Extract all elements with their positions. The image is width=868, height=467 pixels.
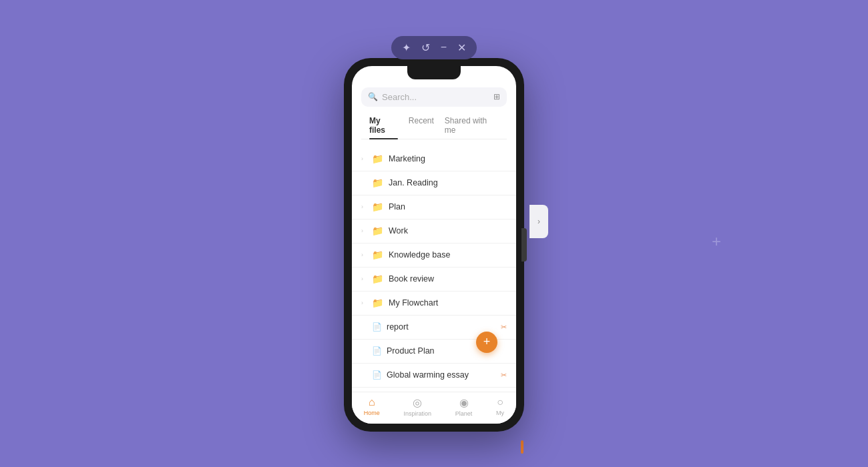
search-icon: 🔍 bbox=[368, 92, 378, 101]
phone-screen: 🔍 Search... ⊞ My files Recent Shared wit… bbox=[352, 66, 516, 424]
folder-icon: 📁 bbox=[372, 153, 383, 164]
chevron-icon: › bbox=[361, 155, 367, 162]
tab-bar: My files Recent Shared with me bbox=[361, 113, 507, 139]
file-name: Book review bbox=[389, 274, 507, 284]
nav-label-planet: Planet bbox=[455, 410, 473, 417]
nav-item-my[interactable]: ○ My bbox=[496, 396, 504, 416]
list-item[interactable]: 📄 Global warming essay ✂ bbox=[352, 364, 516, 388]
file-name: My Flowchart bbox=[389, 298, 507, 308]
chevron-icon: › bbox=[361, 300, 367, 306]
nav-item-home[interactable]: ⌂ Home bbox=[364, 396, 380, 416]
file-list: › 📁 Marketing 📁 Jan. Reading › 📁 Plan › bbox=[352, 145, 516, 392]
search-bar[interactable]: 🔍 Search... ⊞ bbox=[361, 87, 507, 107]
inspiration-icon: ◎ bbox=[413, 396, 422, 409]
nav-label-my: My bbox=[496, 410, 504, 416]
home-icon: ⌂ bbox=[369, 396, 375, 408]
file-name: Jan. Reading bbox=[389, 178, 507, 187]
doc-icon: 📄 bbox=[372, 346, 381, 356]
grid-view-icon[interactable]: ⊞ bbox=[493, 92, 500, 101]
nav-label-home: Home bbox=[364, 410, 380, 416]
nav-item-planet[interactable]: ◉ Planet bbox=[455, 396, 473, 417]
chevron-icon: › bbox=[361, 203, 367, 210]
tab-my-files[interactable]: My files bbox=[364, 113, 403, 139]
tab-shared[interactable]: Shared with me bbox=[439, 113, 504, 139]
doc-icon: 📄 bbox=[372, 370, 381, 380]
share-icon: ✂ bbox=[501, 323, 507, 332]
phone-side-button bbox=[521, 228, 527, 262]
folder-icon: 📁 bbox=[372, 250, 383, 260]
side-arrow-panel[interactable]: › bbox=[529, 205, 548, 238]
file-name: Marketing bbox=[389, 154, 507, 163]
phone-wrapper: ✦ ↺ − ✕ › 🔍 Search... ⊞ My files bbox=[344, 36, 524, 432]
search-placeholder: Search... bbox=[382, 92, 489, 102]
file-name: Global warming essay bbox=[387, 370, 495, 380]
list-item[interactable]: › 📁 Plan bbox=[352, 195, 516, 219]
folder-icon: 📁 bbox=[372, 225, 383, 236]
file-name: Plan bbox=[389, 202, 507, 211]
minimize-icon[interactable]: − bbox=[441, 41, 447, 53]
list-item[interactable]: › 📁 Work bbox=[352, 219, 516, 244]
list-item[interactable]: › 📁 Knowledge base bbox=[352, 244, 516, 268]
undo-icon[interactable]: ↺ bbox=[421, 41, 430, 54]
file-name: Knowledge base bbox=[389, 250, 507, 260]
sparkle-icon[interactable]: ✦ bbox=[402, 41, 411, 54]
folder-icon: 📁 bbox=[372, 201, 383, 212]
list-item[interactable]: 📁 Jan. Reading bbox=[352, 171, 516, 195]
bottom-nav: ⌂ Home ◎ Inspiration ◉ Planet ○ My bbox=[352, 392, 516, 424]
list-item[interactable]: › 📁 Book review bbox=[352, 268, 516, 292]
folder-icon: 📁 bbox=[372, 298, 383, 308]
orange-dot bbox=[521, 440, 523, 454]
tab-recent[interactable]: Recent bbox=[403, 113, 439, 139]
planet-icon: ◉ bbox=[459, 396, 469, 409]
file-name: Work bbox=[389, 226, 507, 236]
chevron-icon: › bbox=[361, 227, 367, 234]
list-item[interactable]: › 📁 My Flowchart bbox=[352, 292, 516, 316]
toolbar: ✦ ↺ − ✕ bbox=[391, 36, 477, 59]
phone-notch bbox=[407, 66, 461, 79]
doc-icon: 📄 bbox=[372, 322, 381, 332]
folder-icon: 📁 bbox=[372, 274, 383, 284]
share-icon: ✂ bbox=[501, 371, 507, 380]
file-name: report bbox=[387, 322, 495, 332]
list-item[interactable]: › 📁 Marketing bbox=[352, 147, 516, 171]
fab-button[interactable]: + bbox=[476, 332, 497, 353]
my-icon: ○ bbox=[497, 396, 503, 408]
close-icon[interactable]: ✕ bbox=[457, 41, 466, 54]
plus-icon-bg: + bbox=[712, 234, 721, 250]
chevron-icon: › bbox=[361, 276, 367, 282]
nav-item-inspiration[interactable]: ◎ Inspiration bbox=[404, 396, 432, 417]
chevron-icon: › bbox=[361, 252, 367, 258]
folder-icon: 📁 bbox=[372, 177, 383, 188]
nav-label-inspiration: Inspiration bbox=[404, 410, 432, 417]
phone-frame: › 🔍 Search... ⊞ My files Recent bbox=[344, 58, 524, 432]
